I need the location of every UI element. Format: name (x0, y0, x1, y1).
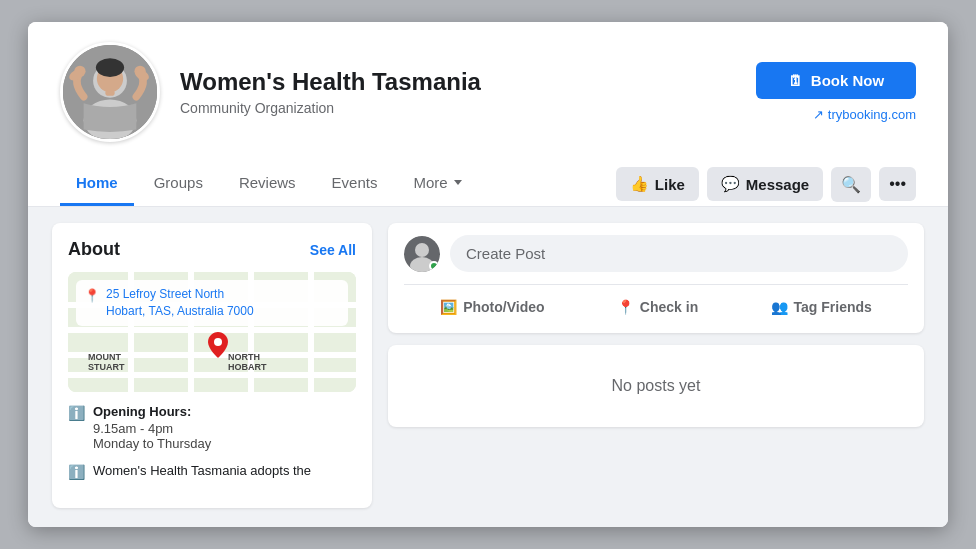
nav-tabs: Home Groups Reviews Events More 👍 (60, 158, 916, 206)
svg-point-5 (96, 58, 124, 77)
opening-hours-label: Opening Hours: (93, 404, 211, 419)
page-category: Community Organization (180, 100, 736, 116)
browser-window: Women's Health Tasmania Community Organi… (28, 22, 948, 527)
tab-events[interactable]: Events (316, 162, 394, 206)
message-button[interactable]: 💬 Message (707, 167, 823, 201)
left-column: About See All (52, 223, 372, 511)
opening-hours-days: Monday to Thursday (93, 436, 211, 451)
about-title: About (68, 239, 120, 260)
svg-rect-10 (105, 90, 114, 96)
svg-point-13 (415, 243, 429, 257)
address-pin-icon: 📍 (84, 287, 100, 305)
like-icon: 👍 (630, 175, 649, 193)
profile-actions: 🗓 Book Now ↗ trybooking.com (756, 62, 916, 122)
more-options-button[interactable]: ••• (879, 167, 916, 201)
create-post-card: Create Post 🖼️ Photo/Video 📍 Check in 👥 (388, 223, 924, 333)
tag-icon: 👥 (771, 299, 788, 315)
map-container: MOUNT STUART NORTH HOBART 📍 (68, 272, 356, 392)
avatar (60, 42, 160, 142)
checkin-icon: 📍 (617, 299, 634, 315)
map-label-north-hobart: NORTH HOBART (228, 352, 267, 372)
chevron-down-icon (454, 180, 462, 185)
tab-home[interactable]: Home (60, 162, 134, 206)
like-button[interactable]: 👍 Like (616, 167, 699, 201)
see-all-link[interactable]: See All (310, 242, 356, 258)
info-icon-2: ℹ️ (68, 464, 85, 480)
book-now-button[interactable]: 🗓 Book Now (756, 62, 916, 99)
ellipsis-icon: ••• (889, 175, 906, 193)
profile-info: Women's Health Tasmania Community Organi… (180, 68, 736, 116)
no-posts-text: No posts yet (612, 377, 701, 394)
create-post-top: Create Post (404, 235, 908, 272)
map-pin-icon (208, 332, 228, 358)
profile-header: Women's Health Tasmania Community Organi… (28, 22, 948, 207)
tag-friends-button[interactable]: 👥 Tag Friends (759, 293, 884, 321)
main-content: About See All (28, 207, 948, 527)
post-actions: 🖼️ Photo/Video 📍 Check in 👥 Tag Friends (404, 284, 908, 321)
about-snippet-row: ℹ️ Women's Health Tasmania adopts the (68, 463, 356, 480)
opening-hours-time: 9.15am - 4pm (93, 421, 211, 436)
nav-tabs-right: 👍 Like 💬 Message 🔍 ••• (616, 167, 916, 202)
no-posts-card: No posts yet (388, 345, 924, 427)
user-avatar (404, 236, 440, 272)
create-post-button[interactable]: Create Post (450, 235, 908, 272)
photo-video-button[interactable]: 🖼️ Photo/Video (428, 293, 556, 321)
check-in-button[interactable]: 📍 Check in (605, 293, 710, 321)
nav-tabs-left: Home Groups Reviews Events More (60, 162, 478, 206)
tab-groups[interactable]: Groups (138, 162, 219, 206)
book-icon: 🗓 (788, 72, 803, 89)
info-icon: ℹ️ (68, 405, 85, 421)
online-indicator (429, 261, 439, 271)
messenger-icon: 💬 (721, 175, 740, 193)
tab-more[interactable]: More (397, 162, 477, 206)
opening-hours-row: ℹ️ Opening Hours: 9.15am - 4pm Monday to… (68, 404, 356, 451)
search-button[interactable]: 🔍 (831, 167, 871, 202)
about-header: About See All (68, 239, 356, 260)
external-link-icon: ↗ (813, 107, 824, 122)
right-column: Create Post 🖼️ Photo/Video 📍 Check in 👥 (388, 223, 924, 511)
search-icon: 🔍 (841, 175, 861, 194)
photo-icon: 🖼️ (440, 299, 457, 315)
about-snippet-text: Women's Health Tasmania adopts the (93, 463, 311, 478)
page-title: Women's Health Tasmania (180, 68, 736, 96)
trybooking-link[interactable]: ↗ trybooking.com (813, 107, 916, 122)
map-address-box: 📍 25 Lefroy Street North Hobart, TAS, Au… (76, 280, 348, 326)
svg-point-11 (214, 338, 222, 346)
tab-reviews[interactable]: Reviews (223, 162, 312, 206)
map-label-mount-stuart: MOUNT STUART (88, 352, 125, 372)
about-card: About See All (52, 223, 372, 508)
